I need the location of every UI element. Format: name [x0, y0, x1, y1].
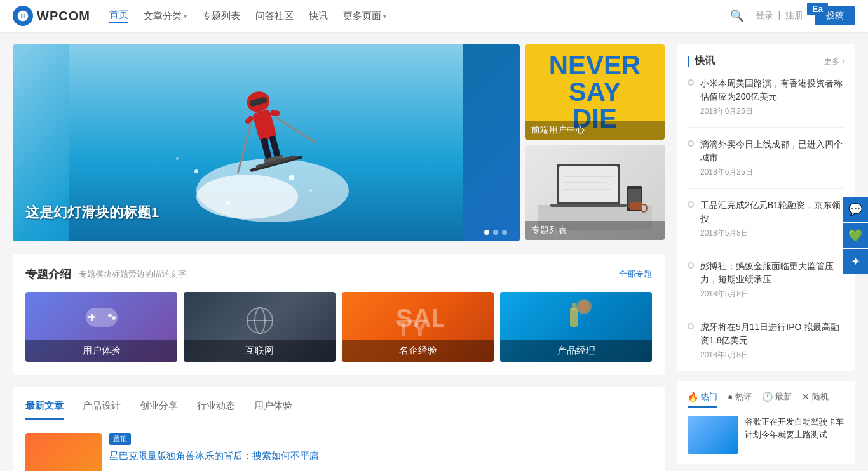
random-icon: ✕ [802, 392, 810, 402]
hot-tab-trending[interactable]: 🔥 热门 [688, 391, 717, 408]
topic-card-internet[interactable]: 互联网 [184, 292, 336, 362]
svg-point-17 [208, 183, 210, 185]
ux-icon [79, 302, 124, 333]
topic-card-ux[interactable]: 用户体验 [25, 292, 177, 362]
hero-main[interactable]: 这是幻灯滑块的标题1 [13, 44, 520, 241]
float-wechat-btn[interactable]: 💚 [843, 223, 868, 248]
news-title-row: 快讯 更多 › [688, 55, 845, 68]
hero-dot-3[interactable] [502, 230, 507, 235]
main-content: 这是幻灯滑块的标题1 NEVER SAY DIE 前端用户中心 [0, 32, 868, 471]
topic-pm-label: 产品经理 [500, 340, 652, 362]
nav-qa[interactable]: 问答社区 [255, 10, 294, 22]
logo-icon [13, 6, 33, 26]
svg-rect-32 [630, 202, 642, 210]
svg-rect-24 [559, 166, 618, 202]
topic-internet-label: 互联网 [184, 340, 336, 362]
hero-side-top[interactable]: NEVER SAY DIE 前端用户中心 [525, 44, 665, 140]
hero-side-top-label: 前端用户中心 [525, 121, 665, 140]
auth-links: 登录 | 注册 [754, 10, 804, 22]
svg-point-2 [196, 175, 298, 219]
nav-news[interactable]: 快讯 [309, 10, 328, 22]
news-date-4: 2018年5月8日 [700, 289, 845, 300]
topic-ux-label: 用户体验 [25, 340, 177, 362]
svg-point-20 [226, 201, 230, 205]
topics-more[interactable]: 全部专题 [619, 269, 652, 280]
register-link[interactable]: 注册 [785, 10, 803, 20]
news-title-5[interactable]: 虎牙将在5月11日进行IPO 拟最高融资1.8亿美元 [700, 321, 845, 347]
nav-articles-arrow: ▾ [184, 13, 187, 20]
svg-text:TY: TY [396, 315, 428, 336]
tab-startup[interactable]: 创业分享 [140, 400, 178, 420]
articles-tabs: 最新文章 产品设计 创业分享 行业动态 用户体验 [25, 400, 652, 420]
hot-section: 🔥 热门 ● 热评 🕐 最新 ✕ 随机 谷歌正在开发自动驾驶卡车 计 [677, 381, 855, 464]
topic-card-enterprise[interactable]: SAL TY 名企经验 [342, 292, 494, 362]
float-comment-btn[interactable]: 💬 [843, 197, 868, 222]
hot-thumbnail [688, 416, 738, 454]
svg-rect-35 [88, 316, 95, 318]
news-content-5: 虎牙将在5月11日进行IPO 拟最高融资1.8亿美元 2018年5月8日 [700, 321, 845, 361]
login-link[interactable]: 登录 [756, 10, 773, 20]
article-preview: 置顶 星巴克限量版独角兽冰乐的背后：搜索如何不平庸 [25, 433, 652, 471]
tab-product[interactable]: 产品设计 [83, 400, 121, 420]
svg-rect-43 [570, 308, 578, 327]
fire-icon: 🔥 [688, 392, 698, 402]
svg-point-19 [309, 189, 312, 192]
news-more[interactable]: 更多 › [824, 56, 845, 67]
hot-tab-latest[interactable]: 🕐 最新 [762, 391, 792, 402]
ea-badge: Ea [807, 3, 828, 15]
topics-title: 专题介绍 [25, 267, 71, 282]
hot-article-title[interactable]: 谷歌正在开发自动驾驶卡车 计划今年就要上路测试 [745, 416, 845, 454]
tab-industry[interactable]: 行业动态 [197, 400, 235, 420]
news-title-4[interactable]: 彭博社：蚂蚁金服面临更大监管压力，短期业绩承压 [700, 260, 845, 286]
hero-dots [484, 230, 507, 235]
hero-dot-2[interactable] [493, 230, 498, 235]
tab-latest[interactable]: 最新文章 [25, 400, 64, 420]
pm-icon [551, 295, 602, 333]
hero-dot-1[interactable] [484, 230, 489, 235]
topic-card-pm[interactable]: 产品经理 [500, 292, 652, 362]
topic-enterprise-label: 名企经验 [342, 340, 494, 362]
hero-side-bottom-label: 专题列表 [525, 221, 665, 240]
logo-svg [17, 10, 29, 22]
svg-rect-28 [550, 204, 627, 207]
article-headline[interactable]: 星巴克限量版独角兽冰乐的背后：搜索如何不平庸 [109, 449, 652, 463]
search-icon[interactable]: 🔍 [730, 9, 744, 23]
nav-articles[interactable]: 文章分类 ▾ [144, 10, 187, 22]
news-title-2[interactable]: 滴滴外卖今日上线成都，已进入四个城市 [700, 138, 845, 164]
svg-rect-15 [271, 110, 280, 116]
nav-home[interactable]: 首页 [109, 9, 128, 23]
hot-tab-comments[interactable]: ● 热评 [728, 391, 752, 402]
news-date-2: 2018年6月25日 [700, 167, 845, 178]
news-title-1[interactable]: 小米本周美国路演，有香港投资者称估值应为200亿美元 [700, 77, 845, 103]
header-right: 🔍 登录 | 注册 投稿 [730, 6, 855, 25]
news-content-3: 工品汇完成2亿元B1轮融资，京东领投 2018年5月8日 [700, 199, 845, 239]
news-dot-4 [688, 262, 694, 269]
news-date-1: 2018年6月25日 [700, 106, 845, 117]
logo[interactable]: WPCOM [13, 6, 90, 26]
news-item-4: 彭博社：蚂蚁金服面临更大监管压力，短期业绩承压 2018年5月8日 [688, 260, 845, 310]
article-badge: 置顶 [109, 433, 131, 445]
news-dot-3 [688, 201, 694, 208]
news-dot-2 [688, 140, 694, 147]
articles-section: 最新文章 产品设计 创业分享 行业动态 用户体验 置顶 星巴克限量版独角兽冰乐的… [13, 387, 665, 471]
news-item-3: 工品汇完成2亿元B1轮融资，京东领投 2018年5月8日 [688, 199, 845, 249]
topics-header: 专题介绍 专题模块标题旁边的描述文字 全部专题 [25, 267, 652, 282]
svg-point-36 [108, 314, 112, 317]
topics-grid: 用户体验 互联网 SAL TY 名企经验 [25, 292, 652, 362]
nav-more[interactable]: 更多页面 ▾ [343, 10, 386, 22]
nav-topics[interactable]: 专题列表 [202, 10, 240, 22]
sidebar: 快讯 更多 › 小米本周美国路演，有香港投资者称估值应为200亿美元 2018年… [677, 44, 855, 471]
news-content-2: 滴滴外卖今日上线成都，已进入四个城市 2018年6月25日 [700, 138, 845, 178]
float-share-btn[interactable]: ✦ [843, 249, 868, 274]
tab-ux[interactable]: 用户体验 [254, 400, 292, 420]
news-title-3[interactable]: 工品汇完成2亿元B1轮融资，京东领投 [700, 199, 845, 225]
hot-tab-random[interactable]: ✕ 随机 [802, 391, 829, 402]
news-dot-1 [688, 79, 694, 86]
main-nav: 首页 文章分类 ▾ 专题列表 问答社区 快讯 更多页面 ▾ [109, 9, 730, 23]
hero-side-bottom[interactable]: 专题列表 [525, 145, 665, 240]
clock-icon: 🕐 [762, 392, 773, 402]
hot-article: 谷歌正在开发自动驾驶卡车 计划今年就要上路测试 [688, 416, 845, 454]
svg-rect-44 [572, 303, 576, 310]
svg-point-21 [176, 157, 179, 160]
content-left: 这是幻灯滑块的标题1 NEVER SAY DIE 前端用户中心 [13, 44, 665, 471]
